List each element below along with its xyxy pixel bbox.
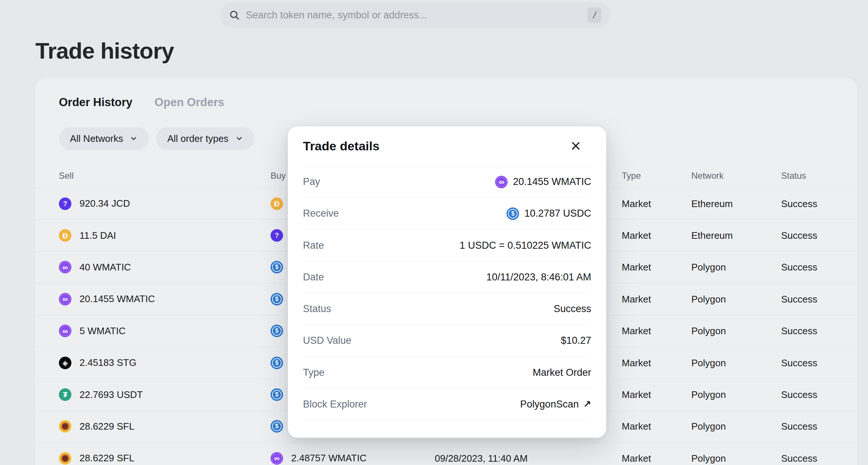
type-cell: Market: [622, 357, 651, 368]
trade-detail-row: Block Explorer PolygonScan ↗: [303, 389, 591, 420]
sell-amount: 28.6229 SFL: [80, 452, 134, 464]
status-cell: Success: [781, 230, 817, 241]
column-header-network: Network: [691, 171, 724, 181]
sell-cell: 28.6229 SFL: [59, 420, 134, 433]
type-cell: Market: [622, 198, 651, 209]
network-cell: Ethereum: [691, 230, 733, 241]
dai-token-icon: Ð: [59, 229, 71, 242]
network-cell: Polygon: [691, 452, 726, 464]
usdc-token-icon: $: [271, 388, 283, 401]
sell-amount: 22.7693 USDT: [80, 389, 143, 401]
sell-cell: ? 920.34 JCD: [59, 197, 130, 210]
sell-cell: 28.6229 SFL: [59, 452, 134, 465]
jcd-token-icon: ?: [59, 197, 71, 210]
modal-title: Trade details: [303, 139, 380, 153]
search-bar[interactable]: /: [220, 2, 610, 28]
detail-label: Pay: [303, 176, 320, 188]
sell-amount: 11.5 DAI: [80, 230, 116, 241]
trade-detail-row: USD Value $10.27: [303, 325, 591, 357]
order-type-filter-dropdown[interactable]: All order types: [156, 127, 254, 150]
usdc-token-icon: $: [271, 261, 283, 273]
page-title: Trade history: [35, 38, 174, 64]
status-cell: Success: [781, 421, 817, 432]
sell-cell: Ð 11.5 DAI: [59, 229, 116, 242]
sell-amount: 20.1455 WMATIC: [80, 293, 155, 305]
sell-cell: ∞ 40 WMATIC: [59, 261, 131, 273]
modal-header: Trade details ×: [303, 126, 591, 166]
status-cell: Success: [781, 325, 817, 337]
detail-value: $ 10.2787 USDC: [507, 207, 591, 220]
detail-label: Receive: [303, 208, 339, 219]
detail-label: Status: [303, 303, 331, 315]
sell-cell: ∞ 5 WMATIC: [59, 325, 126, 337]
wmatic-token-icon: ∞: [59, 293, 71, 305]
jcd-token-icon: ?: [271, 229, 283, 242]
column-header-buy: Buy: [271, 171, 286, 181]
network-filter-label: All Networks: [70, 133, 123, 144]
tab-order-history[interactable]: Order History: [59, 96, 133, 109]
sell-cell: ₮ 22.7693 USDT: [59, 388, 143, 401]
detail-value: Success: [554, 303, 591, 315]
sell-cell: ◈ 2.45183 STG: [59, 357, 137, 369]
type-cell: Market: [622, 293, 651, 305]
close-icon[interactable]: ×: [571, 139, 581, 153]
tab-open-orders[interactable]: Open Orders: [155, 96, 225, 109]
sell-amount: 5 WMATIC: [80, 325, 126, 337]
network-cell: Polygon: [691, 293, 726, 305]
trade-detail-row: Type Market Order: [303, 357, 591, 389]
detail-label: Type: [303, 367, 325, 378]
network-cell: Polygon: [691, 262, 726, 273]
detail-label: Block Explorer: [303, 399, 367, 410]
detail-value: ∞ 20.1455 WMATIC: [495, 176, 591, 188]
search-input[interactable]: [246, 10, 582, 21]
status-cell: Success: [781, 452, 817, 464]
trade-detail-row: Date 10/11/2023, 8:46:01 AM: [303, 262, 591, 293]
wmatic-token-icon: ∞: [59, 261, 71, 273]
buy-cell: ∞ 2.48757 WMATIC: [271, 452, 367, 465]
sell-cell: ∞ 20.1455 WMATIC: [59, 293, 155, 305]
status-cell: Success: [781, 198, 817, 209]
status-cell: Success: [781, 357, 817, 368]
slash-shortcut-badge: /: [588, 7, 601, 23]
sell-amount: 920.34 JCD: [80, 198, 130, 209]
status-cell: Success: [781, 262, 817, 273]
usdc-token-icon: $: [271, 357, 283, 369]
modal-body: Pay ∞ 20.1455 WMATIC Receive $ 10.2787 U…: [303, 166, 591, 420]
network-filter-dropdown[interactable]: All Networks: [59, 127, 149, 150]
type-cell: Market: [622, 325, 651, 337]
detail-value: Market Order: [533, 367, 591, 378]
wmatic-token-icon: ∞: [271, 452, 283, 465]
order-type-filter-label: All order types: [167, 133, 228, 144]
sfl-token-icon: [59, 452, 71, 465]
buy-amount: 2.48757 WMATIC: [291, 452, 367, 464]
search-icon: [229, 10, 240, 21]
date-cell: 09/28/2023, 11:40 AM: [435, 452, 528, 464]
status-cell: Success: [781, 293, 817, 305]
column-header-type: Type: [622, 171, 641, 181]
network-cell: Polygon: [691, 325, 726, 337]
table-row[interactable]: 28.6229 SFL ∞ 2.48757 WMATIC 09/28/2023,…: [35, 443, 857, 465]
column-header-sell: Sell: [59, 171, 74, 181]
block-explorer-link[interactable]: PolygonScan ↗: [520, 399, 591, 410]
trade-detail-row: Rate 1 USDC = 0.510225 WMATIC: [303, 230, 591, 262]
usdc-token-icon: $: [271, 420, 283, 433]
detail-value: 10/11/2023, 8:46:01 AM: [486, 272, 591, 283]
usdc-token-icon: $: [271, 293, 283, 305]
wmatic-token-icon: ∞: [495, 176, 508, 188]
usdc-token-icon: $: [271, 325, 283, 337]
status-cell: Success: [781, 389, 817, 401]
trade-detail-row: Receive $ 10.2787 USDC: [303, 198, 591, 230]
chevron-down-icon: [235, 134, 243, 143]
network-cell: Polygon: [691, 357, 726, 368]
trade-detail-row: Pay ∞ 20.1455 WMATIC: [303, 166, 591, 198]
network-cell: Polygon: [691, 389, 726, 401]
sell-amount: 40 WMATIC: [80, 262, 131, 273]
dai-token-icon: Ð: [271, 197, 283, 210]
trade-details-modal: Trade details × Pay ∞ 20.1455 WMATIC Rec…: [288, 126, 606, 438]
detail-value: 1 USDC = 0.510225 WMATIC: [460, 240, 591, 251]
type-cell: Market: [622, 262, 651, 273]
column-header-status: Status: [781, 171, 806, 181]
type-cell: Market: [622, 452, 651, 464]
type-cell: Market: [622, 421, 651, 432]
type-cell: Market: [622, 389, 651, 401]
